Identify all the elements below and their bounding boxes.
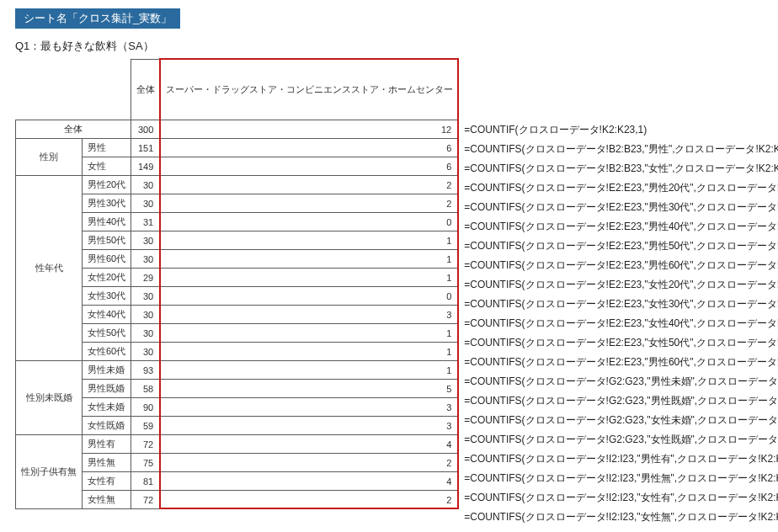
row-total: 31: [131, 213, 161, 231]
formula-text: =COUNTIFS(クロスローデータ!I2:I23,"男性有",クロスローデータ…: [464, 450, 778, 469]
row-store: 5: [161, 380, 459, 398]
group-label: 性別: [16, 139, 83, 176]
row-store: 2: [161, 176, 459, 194]
formula-text: =COUNTIFS(クロスローデータ!G2:G23,"女性既婚",クロスローデー…: [464, 430, 778, 450]
row-sub-label: 男性30代: [83, 194, 131, 213]
row-sub-label: 女性有: [83, 472, 131, 491]
table-row: 性別男性1516: [16, 139, 459, 157]
row-sub-label: 女性無: [83, 491, 131, 509]
row-sub-label: 男性50代: [83, 231, 131, 250]
row-sub-label: 男性60代: [83, 250, 131, 269]
row-total: 90: [131, 398, 161, 417]
row-sub-label: 女性30代: [83, 287, 131, 306]
formula-text: =COUNTIFS(クロスローデータ!E2:E23,"男性20代",クロスローデ…: [464, 178, 778, 198]
row-total: 30: [131, 306, 161, 324]
formula-text: =COUNTIFS(クロスローデータ!G2:G23,"女性未婚",クロスローデー…: [464, 411, 778, 430]
table-wrap: 全体 スーパー・ドラッグストア・コンビニエンスストア・ホームセンター 全体300…: [15, 59, 459, 509]
row-store: 3: [161, 417, 459, 435]
row-sub-label: 男性未婚: [83, 361, 131, 380]
row-total: 151: [131, 139, 161, 157]
formula-text: =COUNTIFS(クロスローデータ!G2:G23,"男性既婚",クロスローデー…: [464, 391, 778, 411]
table-row: 性年代男性20代302: [16, 176, 459, 194]
table-row: 女性30代300: [16, 287, 459, 306]
row-store: 1: [161, 269, 459, 287]
row-total: 149: [131, 157, 161, 176]
row-store: 2: [161, 491, 459, 509]
row-sub-label: 女性60代: [83, 343, 131, 361]
formula-text: =COUNTIFS(クロスローデータ!B2:B23,"男性",クロスローデータ!…: [464, 140, 778, 159]
total-row-store: 12: [161, 120, 459, 139]
row-store: 1: [161, 250, 459, 269]
row-sub-label: 男性無: [83, 454, 131, 472]
row-store: 1: [161, 324, 459, 343]
total-row-label: 全体: [16, 120, 131, 139]
row-sub-label: 男性: [83, 139, 131, 157]
total-row-total: 300: [131, 120, 161, 139]
row-store: 1: [161, 231, 459, 250]
formula-text: =COUNTIFS(クロスローデータ!E2:E23,"男性30代",クロスローデ…: [464, 198, 778, 217]
row-store: 3: [161, 398, 459, 417]
table-row: 女性40代303: [16, 306, 459, 324]
formula-text: =COUNTIFS(クロスローデータ!E2:E23,"男性50代",クロスローデ…: [464, 237, 778, 256]
table-row: 女性有814: [16, 472, 459, 491]
group-label: 性年代: [16, 176, 83, 361]
row-store: 6: [161, 139, 459, 157]
row-total: 58: [131, 380, 161, 398]
formula-text: =COUNTIFS(クロスローデータ!E2:E23,"女性50代",クロスローデ…: [464, 333, 778, 353]
table-row: 男性30代302: [16, 194, 459, 213]
table-row: 男性既婚585: [16, 380, 459, 398]
row-store: 1: [161, 343, 459, 361]
header-total: 全体: [131, 60, 161, 120]
row-sub-label: 男性既婚: [83, 380, 131, 398]
formula-text: =COUNTIFS(クロスローデータ!I2:I23,"男性無",クロスローデータ…: [464, 469, 778, 488]
formula-text: =COUNTIFS(クロスローデータ!E2:E23,"女性40代",クロスローデ…: [464, 314, 778, 333]
question-title: Q1：最も好きな飲料（SA）: [15, 39, 763, 54]
formula-text: =COUNTIFS(クロスローデータ!B2:B23,"女性",クロスローデータ!…: [464, 159, 778, 178]
row-sub-label: 女性50代: [83, 324, 131, 343]
row-store: 6: [161, 157, 459, 176]
row-sub-label: 男性有: [83, 435, 131, 454]
crosstab-table: 全体 スーパー・ドラッグストア・コンビニエンスストア・ホームセンター 全体300…: [15, 59, 459, 509]
row-total: 93: [131, 361, 161, 380]
table-row: 女性未婚903: [16, 398, 459, 417]
table-row: 女性1496: [16, 157, 459, 176]
row-total: 30: [131, 250, 161, 269]
row-store: 1: [161, 361, 459, 380]
row-sub-label: 女性既婚: [83, 417, 131, 435]
row-sub-label: 男性40代: [83, 213, 131, 231]
row-total: 72: [131, 491, 161, 509]
group-label: 性別子供有無: [16, 435, 83, 509]
formula-text: =COUNTIFS(クロスローデータ!I2:I23,"女性無",クロスローデータ…: [464, 508, 778, 527]
table-row: 女性50代301: [16, 324, 459, 343]
row-sub-label: 女性20代: [83, 269, 131, 287]
table-row: 女性無722: [16, 491, 459, 509]
row-total: 30: [131, 287, 161, 306]
row-total: 30: [131, 176, 161, 194]
formula-text: =COUNTIFS(クロスローデータ!E2:E23,"男性60代",クロスローデ…: [464, 256, 778, 275]
header-blank: [16, 60, 131, 120]
table-row: 女性既婚593: [16, 417, 459, 435]
row-total: 81: [131, 472, 161, 491]
table-row: 男性無752: [16, 454, 459, 472]
row-sub-label: 女性未婚: [83, 398, 131, 417]
table-row: 性別子供有無男性有724: [16, 435, 459, 454]
formula-text: =COUNTIFS(クロスローデータ!E2:E23,"女性30代",クロスローデ…: [464, 295, 778, 314]
formula-text: =COUNTIFS(クロスローデータ!E2:E23,"男性40代",クロスローデ…: [464, 217, 778, 237]
header-store: スーパー・ドラッグストア・コンビニエンスストア・ホームセンター: [161, 60, 459, 120]
row-total: 30: [131, 194, 161, 213]
row-total: 30: [131, 343, 161, 361]
formula-text: =COUNTIF(クロスローデータ!K2:K23,1): [464, 120, 778, 140]
formula-text: =COUNTIFS(クロスローデータ!E2:E23,"男性60代",クロスローデ…: [464, 353, 778, 372]
row-total: 59: [131, 417, 161, 435]
row-store: 4: [161, 472, 459, 491]
table-row: 女性60代301: [16, 343, 459, 361]
table-row: 男性50代301: [16, 231, 459, 250]
row-total: 75: [131, 454, 161, 472]
row-store: 0: [161, 213, 459, 231]
row-sub-label: 男性20代: [83, 176, 131, 194]
row-store: 0: [161, 287, 459, 306]
table-row: 性別未既婚男性未婚931: [16, 361, 459, 380]
formula-list: =COUNTIF(クロスローデータ!K2:K23,1)=COUNTIFS(クロス…: [464, 59, 778, 527]
table-row: 女性20代291: [16, 269, 459, 287]
row-total: 72: [131, 435, 161, 454]
